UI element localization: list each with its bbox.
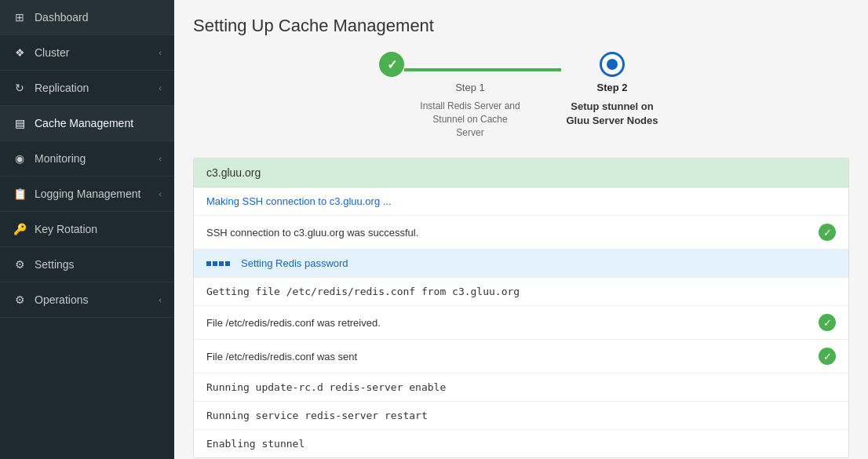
step1-block: ✓ Step 1 Install Redis Server and Stunne… [379, 52, 561, 139]
sidebar-item-replication[interactable]: ↻Replication‹ [0, 71, 174, 106]
step1-label: Step 1 [455, 82, 485, 93]
log-container: c3.gluu.org Making SSH connection to c3.… [193, 158, 849, 458]
log-row-text-row8: Running service redis-server restart [206, 410, 428, 421]
success-check-icon-row6: ✓ [819, 348, 836, 365]
step2-description: Setup stunnel on Gluu Server Nodes [561, 100, 663, 128]
log-row-row7: Running update-rc.d redis-server enable [194, 373, 848, 402]
sidebar-item-operations[interactable]: ⚙Operations‹ [0, 282, 174, 318]
sidebar-item-key-rotation[interactable]: 🔑Key Rotation [0, 212, 174, 247]
success-check-icon-row5: ✓ [819, 314, 836, 331]
chevron-left-icon-replication: ‹ [159, 83, 162, 93]
chevron-left-icon-monitoring: ‹ [159, 154, 162, 163]
log-row-text-row4: Getting file /etc/redis/redis.conf from … [206, 286, 520, 297]
log-row-text-row2: SSH connection to c3.gluu.org was succes… [206, 227, 418, 239]
step2-block: Step 2 Setup stunnel on Gluu Server Node… [561, 52, 663, 128]
page-title: Setting Up Cache Management [193, 16, 849, 36]
log-server-name: c3.gluu.org [206, 166, 261, 179]
logging-management-icon: 📋 [13, 188, 27, 200]
active-indicator-icon [206, 261, 230, 266]
key-rotation-icon: 🔑 [13, 223, 27, 235]
sidebar-item-label-dashboard: Dashboard [35, 11, 89, 24]
replication-icon: ↻ [13, 82, 27, 94]
log-row-text-row1: Making SSH connection to c3.gluu.org ... [206, 195, 392, 207]
sidebar-item-cache-management[interactable]: ▤Cache Management [0, 106, 174, 141]
step1-circle: ✓ [379, 52, 404, 77]
sidebar-item-label-key-rotation: Key Rotation [35, 223, 97, 235]
log-row-text-row6: File /etc/redis/redis.conf was sent [206, 351, 357, 362]
log-row-row3: Setting Redis password [194, 250, 848, 278]
step1-description: Install Redis Server and Stunnel on Cach… [419, 100, 521, 139]
log-server-header: c3.gluu.org [194, 158, 848, 188]
step2-circle [600, 52, 625, 77]
operations-icon: ⚙ [13, 293, 27, 306]
log-row-row6: File /etc/redis/redis.conf was sent✓ [194, 340, 848, 373]
step-connector [404, 68, 561, 71]
sidebar-item-label-cluster: Cluster [35, 46, 69, 59]
success-check-icon-row2: ✓ [819, 224, 836, 241]
sidebar-item-label-settings: Settings [35, 258, 75, 271]
chevron-left-icon-operations: ‹ [159, 295, 162, 304]
log-row-text-row9: Enabling stunnel [206, 438, 305, 450]
monitoring-icon: ◉ [13, 152, 27, 165]
sidebar-item-label-cache-management: Cache Management [35, 117, 133, 129]
log-row-row4: Getting file /etc/redis/redis.conf from … [194, 278, 848, 306]
sidebar-item-monitoring[interactable]: ◉Monitoring‹ [0, 141, 174, 177]
sidebar-item-cluster[interactable]: ❖Cluster‹ [0, 35, 174, 71]
log-row-row2: SSH connection to c3.gluu.org was succes… [194, 216, 848, 250]
sidebar: ⊞Dashboard❖Cluster‹↻Replication‹▤Cache M… [0, 0, 174, 459]
log-row-row9: Enabling stunnel [194, 430, 848, 457]
sidebar-item-dashboard[interactable]: ⊞Dashboard [0, 0, 174, 35]
cluster-icon: ❖ [13, 46, 27, 59]
log-row-row8: Running service redis-server restart [194, 402, 848, 430]
log-rows: Making SSH connection to c3.gluu.org ...… [194, 188, 848, 457]
step1-check-icon: ✓ [387, 57, 397, 72]
sidebar-item-label-replication: Replication [35, 82, 89, 94]
cache-management-icon: ▤ [13, 117, 27, 129]
step2-label: Step 2 [596, 82, 627, 93]
log-row-row1: Making SSH connection to c3.gluu.org ... [194, 188, 848, 216]
sidebar-item-label-logging-management: Logging Management [35, 188, 140, 200]
sidebar-item-settings[interactable]: ⚙Settings [0, 247, 174, 282]
log-row-text-row5: File /etc/redis/redis.conf was retreived… [206, 317, 381, 329]
settings-icon: ⚙ [13, 258, 27, 271]
sidebar-item-logging-management[interactable]: 📋Logging Management‹ [0, 177, 174, 212]
main-content: Setting Up Cache Management ✓ Step 1 Ins… [174, 0, 868, 459]
log-row-row5: File /etc/redis/redis.conf was retreived… [194, 306, 848, 340]
dashboard-icon: ⊞ [13, 11, 27, 24]
log-row-text-row7: Running update-rc.d redis-server enable [206, 381, 446, 393]
stepper: ✓ Step 1 Install Redis Server and Stunne… [193, 52, 849, 139]
sidebar-item-label-monitoring: Monitoring [35, 152, 86, 165]
chevron-left-icon-logging-management: ‹ [159, 189, 162, 199]
sidebar-item-label-operations: Operations [35, 293, 88, 306]
chevron-left-icon-cluster: ‹ [159, 48, 162, 57]
log-row-text-row3: Setting Redis password [241, 257, 348, 269]
